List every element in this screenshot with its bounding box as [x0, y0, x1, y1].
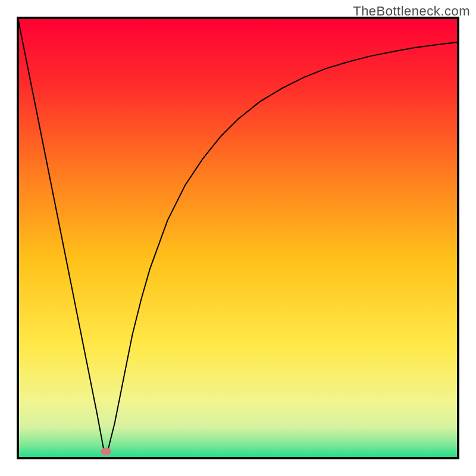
- chart-container: TheBottleneck.com: [0, 0, 476, 476]
- plot-background: [18, 18, 458, 458]
- watermark-text: TheBottleneck.com: [353, 4, 470, 19]
- optimum-marker: [101, 447, 111, 455]
- bottleneck-chart: [0, 0, 476, 476]
